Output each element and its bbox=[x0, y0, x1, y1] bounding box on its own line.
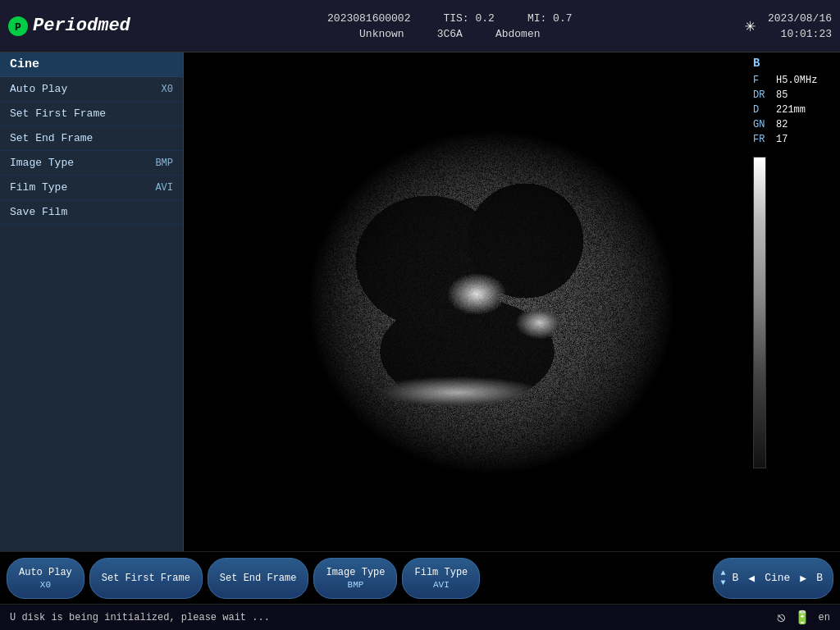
menu-image-type[interactable]: Image Type BMP bbox=[0, 151, 183, 176]
cine-next-arrow[interactable]: ▶ bbox=[797, 570, 810, 587]
menu-title: Cine bbox=[0, 52, 183, 77]
nav-vertical-arrows[interactable]: ▲ ▼ bbox=[720, 569, 725, 587]
nav-down-arrow[interactable]: ▼ bbox=[720, 579, 725, 587]
grayscale-container bbox=[753, 157, 837, 468]
mi-value: MI: 0.7 bbox=[527, 12, 573, 25]
ultrasound-image-area bbox=[184, 52, 750, 551]
menu-film-type[interactable]: Film Type AVI bbox=[0, 176, 183, 200]
status-right: ⎋ 🔋 en bbox=[777, 609, 830, 627]
battery-icon: 🔋 bbox=[794, 609, 810, 626]
btn-set-first-frame-label: Set First Frame bbox=[102, 573, 190, 584]
btn-auto-play[interactable]: Auto Play X0 bbox=[7, 558, 84, 599]
body-part: Abdomen bbox=[495, 28, 541, 40]
btn-image-type-sub: BMP bbox=[348, 580, 364, 590]
menu-film-type-value: AVI bbox=[155, 182, 173, 194]
time-label: 10:01:23 bbox=[781, 28, 832, 40]
right-panel: B F H5.0MHz DR 85 D 221mm GN 82 FR 17 bbox=[750, 52, 840, 551]
tis-value: TIS: 0.2 bbox=[443, 12, 494, 25]
menu-set-first-frame[interactable]: Set First Frame bbox=[0, 102, 183, 126]
menu-save-film-label: Save Film bbox=[10, 206, 67, 218]
imaging-mode: B bbox=[753, 57, 837, 70]
depth-label: D bbox=[753, 104, 773, 116]
btn-set-end-frame-label: Set End Frame bbox=[220, 573, 297, 584]
menu-set-end-frame-label: Set End Frame bbox=[10, 132, 93, 144]
cine-center-label: Cine bbox=[761, 572, 793, 584]
header-info: 2023081600002 TIS: 0.2 MI: 0.7 Unknown 3… bbox=[155, 12, 745, 40]
main-area: Cine Auto Play X0 Set First Frame Set En… bbox=[0, 52, 840, 551]
depth-value: 221mm bbox=[776, 104, 806, 116]
date-label: 2023/08/16 bbox=[768, 12, 832, 25]
ultrasound-canvas bbox=[225, 97, 709, 507]
cine-prev-arrow[interactable]: ◀ bbox=[745, 570, 758, 587]
btn-image-type[interactable]: Image Type BMP bbox=[313, 558, 397, 599]
btn-film-type-label: Film Type bbox=[414, 567, 468, 578]
status-message: U disk is being initialized, please wait… bbox=[10, 612, 270, 623]
btn-auto-play-sub: X0 bbox=[40, 580, 51, 590]
menu-auto-play-shortcut: X0 bbox=[162, 84, 173, 95]
probe-type: 3C6A bbox=[437, 28, 463, 40]
logo: P Periodmed bbox=[8, 16, 130, 36]
header: P Periodmed 2023081600002 TIS: 0.2 MI: 0… bbox=[0, 0, 840, 52]
nav-up-arrow[interactable]: ▲ bbox=[720, 569, 725, 578]
grayscale-bar bbox=[753, 157, 766, 468]
menu-set-end-frame[interactable]: Set End Frame bbox=[0, 126, 183, 151]
patient-name: Unknown bbox=[359, 28, 404, 40]
fr-value: 17 bbox=[776, 134, 788, 145]
logo-icon: P bbox=[8, 16, 28, 36]
freq-label: F bbox=[753, 75, 773, 86]
btn-image-type-label: Image Type bbox=[326, 567, 385, 578]
dr-value: 85 bbox=[776, 89, 788, 101]
cine-left-b[interactable]: B bbox=[729, 570, 742, 586]
menu-image-type-value: BMP bbox=[155, 158, 173, 169]
menu-image-type-label: Image Type bbox=[10, 157, 74, 169]
menu-set-first-frame-label: Set First Frame bbox=[10, 107, 106, 120]
menu-auto-play-label: Auto Play bbox=[10, 83, 67, 95]
language-label: en bbox=[819, 612, 830, 623]
usb-icon: ⎋ bbox=[777, 609, 786, 627]
status-bar: U disk is being initialized, please wait… bbox=[0, 604, 840, 630]
freq-value: H5.0MHz bbox=[776, 75, 817, 86]
gn-label: GN bbox=[753, 119, 773, 130]
menu-save-film[interactable]: Save Film bbox=[0, 200, 183, 225]
bottom-toolbar: Auto Play X0 Set First Frame Set End Fra… bbox=[0, 551, 840, 604]
btn-film-type[interactable]: Film Type AVI bbox=[402, 558, 480, 599]
menu-film-type-label: Film Type bbox=[10, 181, 67, 194]
dr-label: DR bbox=[753, 89, 773, 101]
btn-set-first-frame[interactable]: Set First Frame bbox=[89, 558, 203, 599]
btn-set-end-frame[interactable]: Set End Frame bbox=[208, 558, 309, 599]
header-datetime: 2023/08/16 10:01:23 bbox=[768, 12, 832, 40]
svg-text:P: P bbox=[15, 21, 21, 34]
snowflake-icon: ✳ bbox=[745, 15, 756, 37]
patient-id: 2023081600002 bbox=[327, 12, 410, 25]
gn-value: 82 bbox=[776, 119, 788, 130]
cine-right-b[interactable]: B bbox=[813, 570, 826, 586]
menu-auto-play[interactable]: Auto Play X0 bbox=[0, 77, 183, 102]
fr-label: FR bbox=[753, 134, 773, 145]
btn-auto-play-label: Auto Play bbox=[19, 567, 72, 578]
btn-film-type-sub: AVI bbox=[433, 580, 450, 590]
cine-nav-control: ▲ ▼ B ◀ Cine ▶ B bbox=[713, 558, 833, 599]
logo-text: Periodmed bbox=[33, 16, 130, 36]
cine-menu: Cine Auto Play X0 Set First Frame Set En… bbox=[0, 52, 184, 551]
